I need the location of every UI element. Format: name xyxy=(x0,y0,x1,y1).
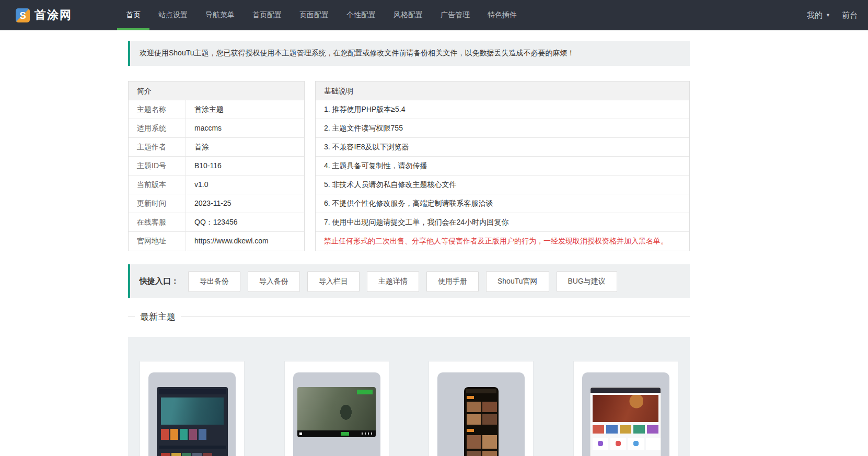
bug-suggestions-button[interactable]: BUG与建议 xyxy=(557,271,617,292)
chevron-down-icon: ▼ xyxy=(826,13,830,18)
table-row: 在线客服 QQ：123456 xyxy=(129,213,304,232)
intro-label: 官网地址 xyxy=(129,232,186,251)
import-columns-button[interactable]: 导入栏目 xyxy=(307,271,360,292)
note-text: 6. 不提供个性化修改服务，高端定制请联系客服洽谈 xyxy=(316,194,689,213)
table-row: 当前版本 v1.0 xyxy=(129,176,304,194)
nav-item-site-settings[interactable]: 站点设置 xyxy=(149,0,196,30)
welcome-banner: 欢迎使用ShouTu主题，您已获得授权使用本主题管理系统，在您配置或修改文件前请… xyxy=(128,41,690,66)
intro-label: 主题ID号 xyxy=(129,157,186,175)
nav-item-ad-management[interactable]: 广告管理 xyxy=(432,0,479,30)
intro-label: 主题作者 xyxy=(129,138,186,156)
export-backup-button[interactable]: 导出备份 xyxy=(188,271,240,292)
nav-item-home[interactable]: 首页 xyxy=(117,0,149,30)
video-player-controls xyxy=(297,430,376,437)
theme-card-1-preview xyxy=(148,372,236,456)
logo[interactable]: S 首涂网 xyxy=(16,0,72,30)
intro-value: 2023-11-25 xyxy=(186,194,232,213)
quick-entry-bar: 快捷入口： 导出备份 导入备份 导入栏目 主题详情 使用手册 ShouTu官网 … xyxy=(128,264,690,298)
note-text: 2. 主题文件读写权限755 xyxy=(316,119,689,137)
intro-table: 简介 主题名称 首涂主题 适用系统 maccms 主题作者 首涂 主题ID号 B… xyxy=(128,81,305,251)
logo-text: 首涂网 xyxy=(34,7,72,23)
theme-details-button[interactable]: 主题详情 xyxy=(367,271,419,292)
main-nav: 首页 站点设置 导航菜单 首页配置 页面配置 个性配置 风格配置 广告管理 特色… xyxy=(117,0,526,30)
latest-themes-heading: 最新主题 xyxy=(128,311,690,323)
intro-value: 首涂 xyxy=(186,138,209,156)
intro-value: QQ：123456 xyxy=(186,213,238,231)
user-manual-button[interactable]: 使用手册 xyxy=(426,271,479,292)
nav-item-nav-menu[interactable]: 导航菜单 xyxy=(196,0,244,30)
top-navbar: S 首涂网 首页 站点设置 导航菜单 首页配置 页面配置 个性配置 风格配置 广… xyxy=(0,0,868,30)
nav-item-style-config[interactable]: 风格配置 xyxy=(385,0,432,30)
theme-card-3[interactable] xyxy=(429,361,534,456)
theme-card-2[interactable] xyxy=(284,361,389,456)
latest-themes-title-text: 最新主题 xyxy=(140,311,176,323)
intro-value: maccms xyxy=(186,119,222,137)
intro-label: 更新时间 xyxy=(129,194,186,213)
theme-card-2-preview xyxy=(293,372,380,456)
table-row: 7. 使用中出现问题请提交工单，我们会在24小时内回复你 xyxy=(316,213,689,232)
theme-card-3-preview xyxy=(437,372,525,456)
table-row: 官网地址 https://www.dkewl.com xyxy=(129,232,304,251)
table-row: 4. 主题具备可复制性，请勿传播 xyxy=(316,157,689,176)
front-site-link[interactable]: 前台 xyxy=(842,10,858,20)
table-row: 适用系统 maccms xyxy=(129,119,304,138)
nav-item-page-config[interactable]: 页面配置 xyxy=(291,0,338,30)
note-text: 4. 主题具备可复制性，请勿传播 xyxy=(316,157,689,175)
table-row: 2. 主题文件读写权限755 xyxy=(316,119,689,138)
theme-card-4[interactable] xyxy=(573,361,678,456)
main-content: 欢迎使用ShouTu主题，您已获得授权使用本主题管理系统，在您配置或修改文件前请… xyxy=(128,41,690,456)
video-player-frame xyxy=(297,387,376,430)
official-site-link[interactable]: https://www.dkewl.com xyxy=(186,232,269,251)
shoutu-official-site-button[interactable]: ShouTu官网 xyxy=(486,271,549,292)
theme-3-screenshot xyxy=(464,387,499,456)
theme-card-1[interactable] xyxy=(140,361,245,456)
latest-themes-section xyxy=(128,337,690,456)
table-row: 主题作者 首涂 xyxy=(129,138,304,157)
note-text: 1. 推荐使用PHP版本≥5.4 xyxy=(316,100,689,119)
table-row: 3. 不兼容IE8及以下浏览器 xyxy=(316,138,689,157)
notes-table: 基础说明 1. 推荐使用PHP版本≥5.4 2. 主题文件读写权限755 3. … xyxy=(315,81,690,251)
import-backup-button[interactable]: 导入备份 xyxy=(248,271,300,292)
shoutu-logo-icon: S xyxy=(16,8,30,22)
my-dropdown-label: 我的 xyxy=(807,10,823,20)
theme-4-screenshot xyxy=(590,387,661,456)
table-row: 禁止任何形式的二次出售、分享他人等侵害作者及正版用户的行为，一经发现取消授权资格… xyxy=(316,232,689,251)
notes-table-title: 基础说明 xyxy=(316,81,689,100)
theme-2-screenshot xyxy=(297,387,376,437)
table-row: 5. 非技术人员请勿私自修改主题核心文件 xyxy=(316,176,689,194)
intro-table-title: 简介 xyxy=(129,81,304,100)
nav-item-featured-plugins[interactable]: 特色插件 xyxy=(479,0,526,30)
my-dropdown[interactable]: 我的 ▼ xyxy=(807,10,830,20)
table-row: 6. 不提供个性化修改服务，高端定制请联系客服洽谈 xyxy=(316,194,689,213)
intro-value: v1.0 xyxy=(186,176,208,194)
note-text: 3. 不兼容IE8及以下浏览器 xyxy=(316,138,689,156)
welcome-text: 欢迎使用ShouTu主题，您已获得授权使用本主题管理系统，在您配置或修改文件前请… xyxy=(140,49,575,58)
license-warning-text: 禁止任何形式的二次出售、分享他人等侵害作者及正版用户的行为，一经发现取消授权资格… xyxy=(316,232,689,251)
nav-right: 我的 ▼ 前台 xyxy=(807,0,868,30)
intro-value: 首涂主题 xyxy=(186,100,224,119)
intro-label: 适用系统 xyxy=(129,119,186,137)
note-text: 5. 非技术人员请勿私自修改主题核心文件 xyxy=(316,176,689,194)
info-tables: 简介 主题名称 首涂主题 适用系统 maccms 主题作者 首涂 主题ID号 B… xyxy=(128,81,690,251)
theme-1-screenshot xyxy=(157,387,228,456)
intro-label: 当前版本 xyxy=(129,176,186,194)
table-row: 主题ID号 B10-116 xyxy=(129,157,304,176)
table-row: 1. 推荐使用PHP版本≥5.4 xyxy=(316,100,689,119)
intro-value: B10-116 xyxy=(186,157,222,175)
table-row: 更新时间 2023-11-25 xyxy=(129,194,304,213)
nav-item-personal-config[interactable]: 个性配置 xyxy=(338,0,385,30)
intro-label: 在线客服 xyxy=(129,213,186,231)
quick-entry-label: 快捷入口： xyxy=(140,276,179,286)
nav-item-homepage-config[interactable]: 首页配置 xyxy=(244,0,291,30)
theme-card-4-preview xyxy=(582,372,669,456)
note-text: 7. 使用中出现问题请提交工单，我们会在24小时内回复你 xyxy=(316,213,689,231)
intro-label: 主题名称 xyxy=(129,100,186,119)
table-row: 主题名称 首涂主题 xyxy=(129,100,304,119)
